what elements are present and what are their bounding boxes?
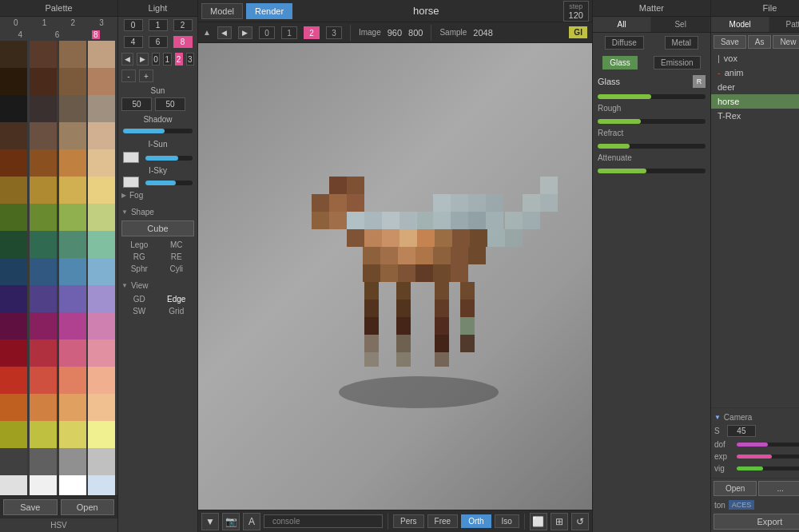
model-item-horse[interactable]: horse: [711, 94, 799, 109]
light-num-2[interactable]: 2: [173, 19, 193, 31]
file-new-button[interactable]: New: [773, 35, 799, 49]
color-swatch[interactable]: [0, 448, 27, 475]
model-item-deer[interactable]: deer: [711, 80, 799, 94]
color-swatch[interactable]: [59, 95, 86, 122]
light-num-0[interactable]: 0: [124, 19, 143, 31]
color-swatch[interactable]: [30, 204, 57, 231]
file-save-button[interactable]: Save: [714, 35, 746, 49]
color-swatch[interactable]: [30, 367, 57, 394]
color-swatch[interactable]: [30, 231, 57, 258]
color-swatch[interactable]: [30, 394, 57, 421]
glass-button[interactable]: Glass: [602, 56, 638, 69]
attenuate-slider[interactable]: [593, 165, 710, 176]
color-swatch[interactable]: [59, 421, 86, 448]
color-swatch[interactable]: [30, 177, 57, 204]
file-dots-button[interactable]: ...: [758, 481, 799, 496]
color-swatch[interactable]: [59, 258, 86, 285]
color-swatch[interactable]: [30, 421, 57, 448]
shape-lego[interactable]: Lego: [121, 240, 157, 250]
color-swatch[interactable]: [30, 258, 57, 285]
color-swatch[interactable]: [30, 285, 57, 312]
color-swatch[interactable]: [0, 95, 27, 122]
vig-slider[interactable]: [737, 466, 799, 470]
color-swatch[interactable]: [59, 177, 86, 204]
color-swatch[interactable]: [30, 41, 57, 68]
nav-prev-button[interactable]: ◀: [217, 26, 232, 39]
view-grid[interactable]: Grid: [159, 306, 195, 316]
model-item-anim[interactable]: - anim: [711, 66, 799, 80]
color-swatch[interactable]: [59, 231, 86, 258]
open-button[interactable]: Open: [61, 499, 115, 515]
color-swatch[interactable]: [88, 312, 115, 339]
save-button[interactable]: Save: [3, 499, 58, 515]
file-pattern-tab[interactable]: Pattern: [769, 17, 799, 32]
color-swatch[interactable]: [30, 95, 57, 122]
light-num-4[interactable]: 4: [124, 36, 143, 48]
shape-re[interactable]: RE: [159, 252, 195, 262]
color-swatch[interactable]: [59, 448, 86, 475]
metal-button[interactable]: Metal: [665, 36, 698, 50]
render-frame-1[interactable]: 1: [281, 26, 297, 39]
color-swatch[interactable]: [59, 367, 86, 394]
render-frame-3[interactable]: 3: [326, 26, 342, 39]
rough-slider[interactable]: [593, 115, 710, 126]
color-swatch[interactable]: [88, 204, 115, 231]
minus-button[interactable]: -: [121, 69, 136, 82]
camera-s-input[interactable]: [727, 425, 756, 437]
color-swatch[interactable]: [88, 122, 115, 149]
camera-icon-button[interactable]: 📷: [222, 513, 240, 530]
color-swatch[interactable]: [0, 421, 27, 448]
sun-input-2[interactable]: [155, 97, 185, 111]
r-button[interactable]: R: [693, 75, 706, 88]
view-sw[interactable]: SW: [121, 306, 157, 316]
emission-button[interactable]: Emission: [654, 56, 701, 69]
shape-cyli[interactable]: Cyli: [159, 264, 195, 274]
color-swatch[interactable]: [0, 231, 27, 258]
plus-button[interactable]: +: [139, 69, 153, 82]
color-swatch[interactable]: [30, 312, 57, 339]
nav-next-button[interactable]: ▶: [238, 26, 252, 39]
model-item-trex[interactable]: T-Rex: [711, 109, 799, 123]
matter-all-tab[interactable]: All: [593, 17, 652, 32]
color-swatch[interactable]: [88, 68, 115, 95]
dof-slider[interactable]: [737, 443, 799, 447]
color-swatch[interactable]: [88, 258, 115, 285]
gi-button[interactable]: GI: [569, 26, 587, 38]
color-swatch[interactable]: [88, 475, 115, 495]
frame-1[interactable]: 1: [163, 53, 171, 66]
export-button[interactable]: Export: [714, 514, 799, 530]
color-swatch[interactable]: [0, 339, 27, 367]
view-gd[interactable]: GD: [121, 294, 157, 304]
matter-sel-tab[interactable]: Sel: [651, 17, 710, 32]
color-swatch[interactable]: [30, 475, 57, 495]
glass-main-slider[interactable]: [593, 90, 710, 101]
color-swatch[interactable]: [59, 312, 86, 339]
color-swatch[interactable]: [0, 367, 27, 394]
color-swatch[interactable]: [0, 285, 27, 312]
shadow-slider[interactable]: [118, 125, 197, 136]
orth-button[interactable]: Orth: [461, 514, 491, 528]
file-as-button[interactable]: As: [748, 35, 772, 49]
color-swatch[interactable]: [0, 41, 27, 68]
color-swatch[interactable]: [59, 204, 86, 231]
render-frame-0[interactable]: 0: [259, 26, 275, 39]
color-swatch[interactable]: [88, 339, 115, 367]
cube-button[interactable]: Cube: [121, 220, 194, 236]
diffuse-button[interactable]: Diffuse: [605, 36, 644, 50]
i-sun-slider[interactable]: [145, 156, 193, 161]
render-tab[interactable]: Render: [246, 3, 292, 19]
color-swatch[interactable]: [59, 122, 86, 149]
color-swatch[interactable]: [30, 68, 57, 95]
light-num-1[interactable]: 1: [149, 19, 168, 31]
color-swatch[interactable]: [0, 258, 27, 285]
file-open-button[interactable]: Open: [714, 481, 757, 496]
color-swatch[interactable]: [59, 285, 86, 312]
shape-mc[interactable]: MC: [159, 240, 195, 250]
color-swatch[interactable]: [30, 448, 57, 475]
i-sky-slider[interactable]: [145, 181, 193, 185]
free-button[interactable]: Free: [427, 514, 459, 528]
light-num-6[interactable]: 6: [149, 36, 168, 48]
next-frame-button[interactable]: ▶: [137, 53, 149, 66]
exp-slider[interactable]: [737, 455, 799, 459]
light-num-8[interactable]: 8: [173, 36, 193, 48]
